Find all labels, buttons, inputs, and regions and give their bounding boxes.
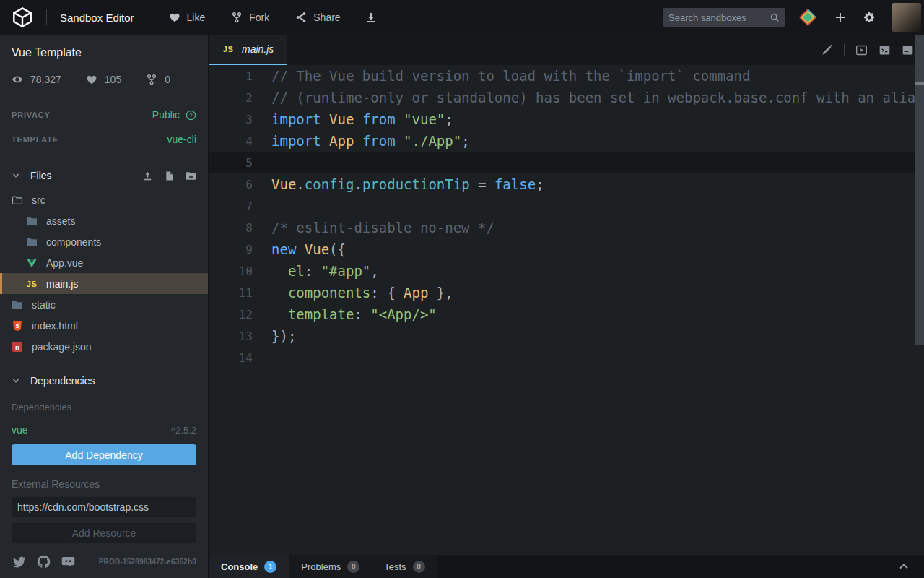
code-line[interactable]: 4import App from "./App"; bbox=[209, 130, 924, 152]
file-tree-item-components[interactable]: components bbox=[0, 231, 208, 252]
action-label: Like bbox=[187, 12, 206, 23]
file-tree-item-assets[interactable]: assets bbox=[0, 210, 208, 231]
code-line[interactable]: 11 components: { App }, bbox=[209, 282, 924, 303]
line-number: 13 bbox=[209, 329, 271, 343]
file-name: static bbox=[32, 299, 56, 311]
file-tree-item-package-json[interactable]: npackage.json bbox=[0, 336, 208, 357]
console-tab-problems[interactable]: Problems0 bbox=[289, 555, 372, 578]
github-icon[interactable] bbox=[36, 554, 51, 569]
divider bbox=[844, 44, 845, 56]
like-button[interactable]: Like bbox=[169, 12, 206, 23]
preview-toggle-icon[interactable] bbox=[855, 44, 868, 56]
stat-value: 0 bbox=[165, 74, 170, 85]
code-line[interactable]: 1// The Vue build version to load with t… bbox=[209, 65, 924, 87]
question-circle-icon[interactable]: ? bbox=[186, 110, 196, 121]
files-section-header[interactable]: Files bbox=[12, 165, 196, 186]
file-tree-item-src[interactable]: src bbox=[0, 189, 208, 210]
file-tree-item-static[interactable]: static bbox=[0, 294, 208, 315]
stat-item: 78,327 bbox=[12, 74, 61, 85]
code-line[interactable]: 12 template: "<App/>" bbox=[209, 303, 924, 325]
folder-open-icon bbox=[12, 194, 23, 206]
code-line[interactable]: 8/* eslint-disable no-new */ bbox=[209, 217, 924, 238]
file-name: package.json bbox=[32, 341, 92, 353]
editor-tab-bar: JS main.js bbox=[209, 35, 924, 65]
template-link[interactable]: vue-cli bbox=[167, 134, 196, 145]
code-text: // (runtime-only or standalone) has been… bbox=[271, 90, 924, 105]
code-line[interactable]: 14 bbox=[209, 347, 924, 368]
search-box[interactable] bbox=[663, 8, 785, 27]
chevron-down-icon[interactable] bbox=[12, 171, 20, 180]
code-line[interactable]: 6Vue.config.productionTip = false; bbox=[209, 173, 924, 195]
codesandbox-logo-icon[interactable] bbox=[12, 7, 33, 28]
svg-text:?: ? bbox=[189, 112, 193, 118]
files-section-label: Files bbox=[30, 170, 52, 181]
new-file-icon[interactable] bbox=[164, 171, 175, 181]
layout-toggle-icon[interactable] bbox=[902, 44, 914, 56]
folder-icon bbox=[26, 236, 38, 248]
line-number: 5 bbox=[209, 156, 271, 170]
external-resource-input[interactable] bbox=[12, 497, 196, 517]
console-tab-console[interactable]: Console1 bbox=[209, 555, 289, 578]
dependency-name[interactable]: vue bbox=[12, 424, 28, 436]
privacy-value[interactable]: Public ? bbox=[152, 109, 196, 121]
file-name: App.vue bbox=[46, 257, 83, 269]
new-sandbox-button[interactable] bbox=[834, 12, 846, 23]
code-line[interactable]: 9new Vue({ bbox=[209, 238, 924, 260]
code-editor[interactable]: 1// The Vue build version to load with t… bbox=[209, 65, 924, 555]
line-number: 6 bbox=[209, 178, 271, 191]
download-icon[interactable] bbox=[365, 12, 377, 23]
code-line[interactable]: 3import Vue from "vue"; bbox=[209, 108, 924, 130]
code-line[interactable]: 10 el: "#app", bbox=[209, 260, 924, 282]
console-tab-tests[interactable]: Tests0 bbox=[372, 555, 437, 578]
action-label: Share bbox=[313, 12, 340, 23]
code-text: /* eslint-disable no-new */ bbox=[271, 220, 494, 236]
stat-value: 105 bbox=[105, 74, 121, 85]
twitter-icon[interactable] bbox=[12, 554, 27, 569]
share-button[interactable]: Share bbox=[295, 12, 340, 23]
divider bbox=[46, 9, 47, 25]
search-input[interactable] bbox=[668, 12, 770, 23]
chevron-down-icon[interactable] bbox=[12, 376, 20, 385]
new-folder-icon[interactable] bbox=[186, 171, 196, 181]
chevron-up-icon[interactable] bbox=[898, 561, 910, 572]
console-toggle-icon[interactable] bbox=[879, 44, 891, 56]
add-dependency-button[interactable]: Add Dependency bbox=[12, 444, 196, 465]
upload-icon[interactable] bbox=[142, 171, 153, 181]
stat-item: 0 bbox=[146, 74, 170, 85]
app-title: Sandbox Editor bbox=[60, 12, 134, 24]
file-tree-item-app-vue[interactable]: App.vue bbox=[0, 252, 208, 273]
js-icon: JS bbox=[26, 278, 38, 290]
discord-icon[interactable] bbox=[61, 554, 76, 569]
code-text: // The Vue build version to load with th… bbox=[271, 68, 750, 84]
dependency-row: vue^2.5.2 bbox=[12, 424, 196, 436]
tab-label: main.js bbox=[242, 43, 274, 55]
settings-gear-icon[interactable] bbox=[863, 12, 875, 23]
file-tree-item-index-html[interactable]: 5index.html bbox=[0, 315, 208, 336]
user-avatar[interactable] bbox=[892, 3, 921, 32]
editor-pane: JS main.js 1// The Vue build version to … bbox=[208, 35, 924, 578]
add-resource-button[interactable]: Add Resource bbox=[12, 523, 196, 543]
code-line[interactable]: 13}); bbox=[209, 325, 924, 347]
code-text: }); bbox=[271, 328, 296, 344]
dependencies-list: vue^2.5.2 bbox=[12, 424, 196, 436]
patron-badge-icon[interactable] bbox=[798, 8, 817, 27]
header-actions: LikeForkShare bbox=[169, 12, 341, 23]
code-line[interactable]: 7 bbox=[209, 195, 924, 217]
console-tabs: Console1Problems0Tests0 bbox=[209, 555, 437, 578]
prettier-icon[interactable] bbox=[821, 44, 833, 56]
dependencies-label: Dependencies bbox=[12, 402, 196, 413]
code-text: el: "#app", bbox=[271, 263, 379, 279]
tab-main-js[interactable]: JS main.js bbox=[209, 35, 287, 65]
code-line[interactable]: 5 bbox=[209, 152, 924, 173]
fork-button[interactable]: Fork bbox=[231, 12, 269, 23]
eye-icon bbox=[12, 74, 23, 85]
line-number: 8 bbox=[209, 221, 271, 235]
file-tree-item-main-js[interactable]: JSmain.js bbox=[0, 273, 208, 294]
template-label: TEMPLATE bbox=[12, 135, 58, 144]
heart-icon bbox=[86, 74, 97, 85]
search-icon[interactable] bbox=[770, 12, 780, 22]
dependencies-section-label: Dependencies bbox=[30, 375, 95, 387]
dependencies-section-header[interactable]: Dependencies bbox=[12, 370, 196, 392]
code-line[interactable]: 2// (runtime-only or standalone) has bee… bbox=[209, 87, 924, 108]
file-name: src bbox=[32, 194, 45, 206]
